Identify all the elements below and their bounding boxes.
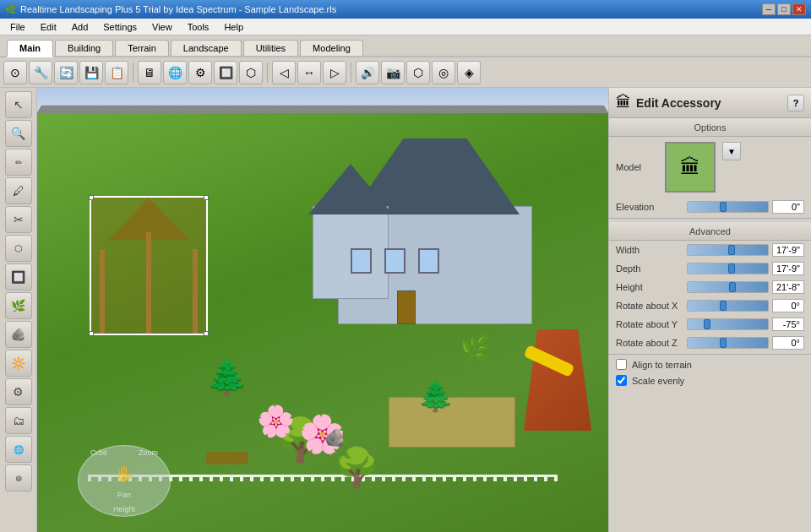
bush-2: 🌿 bbox=[460, 334, 491, 363]
bench bbox=[206, 452, 248, 464]
scale-evenly-checkbox[interactable] bbox=[616, 375, 627, 386]
maximize-button[interactable]: □ bbox=[777, 3, 791, 15]
app-icon: 🌿 bbox=[5, 4, 17, 15]
tab-main[interactable]: Main bbox=[7, 40, 53, 57]
tool-hex[interactable]: ⬡ bbox=[239, 61, 263, 84]
sidebar-draw[interactable]: 🖊 bbox=[5, 177, 32, 204]
tool-copy[interactable]: 📋 bbox=[105, 61, 128, 84]
depth-value[interactable]: 17'-9" bbox=[772, 262, 804, 275]
depth-slider[interactable] bbox=[687, 263, 769, 274]
depth-thumb[interactable] bbox=[728, 263, 735, 274]
advanced-section-label: Advanced bbox=[609, 222, 811, 241]
model-label: Model bbox=[616, 162, 658, 172]
elevation-value[interactable]: 0" bbox=[772, 200, 804, 214]
tool-sound[interactable]: 🔊 bbox=[356, 61, 379, 84]
width-row: Width 17'-9" bbox=[609, 241, 811, 259]
rotate-y-slider[interactable] bbox=[687, 318, 769, 330]
canvas-area[interactable]: 🌲 🌳 🌳 🌲 🌿 🌸 🌸 🪨 Orbit Zoom ✋ bbox=[37, 88, 608, 532]
width-label: Width bbox=[616, 245, 683, 255]
menu-edit[interactable]: Edit bbox=[34, 20, 63, 34]
tab-building[interactable]: Building bbox=[55, 40, 113, 56]
tab-terrain[interactable]: Terrain bbox=[115, 40, 169, 56]
gazebo-selection-box bbox=[90, 196, 208, 335]
rotate-y-value[interactable]: -75° bbox=[772, 318, 804, 331]
width-value[interactable]: 17'-9" bbox=[772, 243, 804, 257]
tool-left[interactable]: ◁ bbox=[272, 61, 296, 84]
height-thumb[interactable] bbox=[729, 282, 736, 292]
tool-display[interactable]: 🖥 bbox=[138, 61, 161, 84]
tool-rotate[interactable]: 🔄 bbox=[54, 61, 78, 84]
model-preview[interactable]: 🏛 bbox=[665, 142, 716, 193]
height-slider[interactable] bbox=[687, 281, 769, 293]
tool-extra3[interactable]: ◈ bbox=[457, 61, 481, 84]
sidebar-plant[interactable]: 🌿 bbox=[5, 292, 32, 319]
help-button[interactable]: ? bbox=[787, 95, 804, 111]
tool-select[interactable]: ⊙ bbox=[3, 61, 27, 84]
landscape-scene: 🌲 🌳 🌳 🌲 🌿 🌸 🌸 🪨 Orbit Zoom ✋ bbox=[37, 88, 608, 532]
tool-right[interactable]: ▷ bbox=[323, 61, 346, 84]
tab-modeling[interactable]: Modeling bbox=[300, 40, 363, 56]
sidebar-hex[interactable]: ⬡ bbox=[5, 235, 32, 262]
main-layout: ↖ 🔍 ✏ 🖊 ✂ ⬡ 🔲 🌿 🪨 🔆 ⚙ 🗂 🌐 ⊛ bbox=[0, 88, 811, 532]
title-bar: 🌿 Realtime Landscaping Plus 5 Trial by I… bbox=[0, 0, 811, 19]
sidebar-layers[interactable]: 🌐 bbox=[5, 436, 32, 463]
sidebar-light[interactable]: 🔆 bbox=[5, 350, 32, 377]
width-thumb[interactable] bbox=[728, 245, 735, 255]
menu-settings[interactable]: Settings bbox=[96, 20, 144, 34]
sidebar-gear[interactable]: ⚙ bbox=[5, 378, 32, 405]
menu-view[interactable]: View bbox=[145, 20, 179, 34]
tab-utilities[interactable]: Utilities bbox=[243, 40, 298, 56]
minimize-button[interactable]: ─ bbox=[762, 3, 776, 15]
panel-header: 🏛 Edit Accessory ? bbox=[609, 88, 811, 118]
house bbox=[313, 147, 541, 324]
elevation-label: Elevation bbox=[616, 202, 683, 212]
sidebar-file[interactable]: 🗂 bbox=[5, 407, 32, 434]
menu-file[interactable]: File bbox=[3, 20, 32, 34]
toolbar-separator-3 bbox=[351, 62, 351, 83]
scale-evenly-row: Scale evenly bbox=[609, 372, 811, 388]
tool-globe[interactable]: 🌐 bbox=[163, 61, 187, 84]
rotate-z-row: Rotate about Z 0° bbox=[609, 334, 811, 352]
sidebar-box[interactable]: 🔲 bbox=[5, 263, 32, 290]
model-dropdown[interactable]: ▼ bbox=[722, 142, 741, 160]
height-value[interactable]: 21'-8" bbox=[772, 280, 804, 294]
tool-box[interactable]: 🔲 bbox=[214, 61, 237, 84]
tool-save[interactable]: 💾 bbox=[79, 61, 103, 84]
menu-add[interactable]: Add bbox=[65, 20, 95, 34]
menu-help[interactable]: Help bbox=[217, 20, 250, 34]
scale-evenly-label: Scale evenly bbox=[632, 376, 684, 386]
rotate-y-thumb[interactable] bbox=[704, 319, 710, 329]
sidebar-rock[interactable]: 🪨 bbox=[5, 321, 32, 348]
tab-bar: Main Building Terrain Landscape Utilitie… bbox=[0, 35, 811, 57]
selection-handle-tl bbox=[89, 195, 94, 200]
tab-landscape[interactable]: Landscape bbox=[171, 40, 242, 56]
tool-wrench[interactable]: 🔧 bbox=[29, 61, 52, 84]
tool-settings[interactable]: ⚙ bbox=[188, 61, 212, 84]
elevation-thumb[interactable] bbox=[720, 202, 727, 212]
width-slider[interactable] bbox=[687, 244, 769, 256]
rotate-z-slider[interactable] bbox=[687, 337, 769, 349]
tool-arrows[interactable]: ↔ bbox=[297, 61, 321, 84]
sidebar-zoom[interactable]: 🔍 bbox=[5, 120, 32, 147]
elevation-slider[interactable] bbox=[687, 201, 769, 213]
sidebar-cut[interactable]: ✂ bbox=[5, 206, 32, 233]
rotate-z-thumb[interactable] bbox=[720, 338, 727, 348]
tool-extra2[interactable]: ◎ bbox=[432, 61, 455, 84]
sidebar-edit[interactable]: ✏ bbox=[5, 149, 32, 176]
rotate-x-slider[interactable] bbox=[687, 300, 769, 312]
toolbar-separator-1 bbox=[133, 62, 133, 83]
selection-handle-br bbox=[204, 331, 209, 336]
sidebar-select[interactable]: ↖ bbox=[5, 91, 32, 118]
tool-extra[interactable]: ⬡ bbox=[406, 61, 430, 84]
nav-control[interactable]: Orbit Zoom ✋ Pan Height bbox=[78, 445, 171, 517]
close-button[interactable]: ✕ bbox=[792, 3, 806, 15]
sidebar-settings2[interactable]: ⊛ bbox=[5, 464, 32, 491]
left-sidebar: ↖ 🔍 ✏ 🖊 ✂ ⬡ 🔲 🌿 🪨 🔆 ⚙ 🗂 🌐 ⊛ bbox=[0, 88, 37, 532]
app-title: Realtime Landscaping Plus 5 Trial by Ide… bbox=[20, 4, 336, 14]
rotate-x-thumb[interactable] bbox=[720, 301, 727, 311]
rotate-x-value[interactable]: 0° bbox=[772, 299, 804, 312]
tool-camera[interactable]: 📷 bbox=[381, 61, 405, 84]
align-terrain-checkbox[interactable] bbox=[616, 359, 627, 370]
menu-tools[interactable]: Tools bbox=[181, 20, 216, 34]
rotate-z-value[interactable]: 0° bbox=[772, 336, 804, 350]
